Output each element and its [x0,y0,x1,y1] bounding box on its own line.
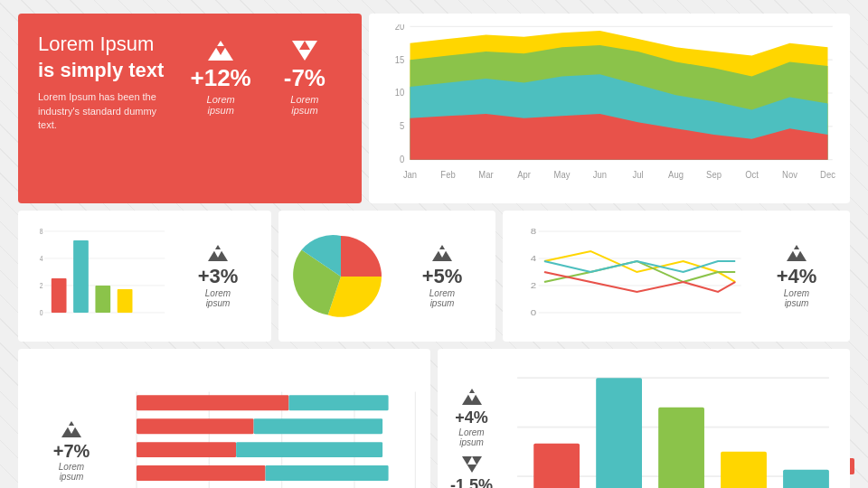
arrow-up-icon [61,421,81,437]
hero-title: Lorem Ipsum is simply text [38,32,175,83]
svg-text:8: 8 [40,227,43,236]
hbar-stat-label: Loremipsum [59,462,84,482]
svg-text:Sep: Sep [706,170,722,180]
svg-text:5: 5 [400,121,405,131]
svg-text:Apr: Apr [517,170,531,180]
arrow-up-icon [462,389,482,405]
bottom-right-stats: +4% Loremipsum -1,5% Loremipsum [450,389,493,488]
svg-text:May: May [554,170,571,180]
svg-rect-51 [137,395,288,410]
svg-rect-54 [254,418,383,434]
pie-chart-card: +5% Loremipsum [278,211,495,342]
svg-text:Dec: Dec [820,170,835,180]
arrow-up-icon [208,41,233,61]
svg-text:2: 2 [531,281,537,290]
pie-main [291,227,391,326]
svg-rect-53 [137,418,254,434]
svg-rect-36 [95,286,110,313]
bar-stat-area: +3% Loremipsum [177,245,259,308]
svg-rect-35 [73,240,89,313]
svg-text:Nov: Nov [782,170,797,180]
bar-stat-value: +3% [198,265,239,288]
line-stat-value: +4% [777,265,817,288]
svg-rect-71 [721,452,767,488]
line-stat-area: +4% Loremipsum [756,245,837,308]
bottom-right-card: +4% Loremipsum -1,5% Loremipsum [438,349,850,488]
arrow-up-icon [432,245,452,261]
br-stat1-value: +4% [455,408,488,427]
row3: +7% Loremipsum [18,349,850,471]
svg-rect-68 [533,444,580,488]
svg-text:Jan: Jan [403,170,417,180]
br-bar-svg [509,360,837,488]
svg-text:Jun: Jun [593,170,607,180]
pie-stat-area: +5% Loremipsum [401,245,483,308]
svg-text:4: 4 [40,254,43,263]
hero-stat2-label: Loremipsum [284,94,326,116]
hero-stat1-label: Loremipsum [191,94,251,116]
area-chart-card: 0 5 10 15 20 Jan Feb Mar Apr May J [369,14,850,203]
hero-stat1-value: +12% [191,64,251,92]
svg-text:Feb: Feb [440,170,456,180]
svg-rect-57 [137,465,266,481]
hbar-svg: 0 2 4 6 8 [125,386,418,488]
bar-stat-label: Loremipsum [205,288,231,308]
hero-desc: Lorem Ipsum has been the industry's stan… [38,90,175,132]
svg-text:Mar: Mar [478,170,494,180]
svg-text:15: 15 [395,54,405,64]
svg-rect-56 [236,442,382,457]
hero-stat1: +12% Loremipsum [175,32,268,167]
bar-chart-card: 0 2 4 8 +3% Loremipsum [18,211,271,342]
svg-rect-52 [288,395,388,410]
area-chart-svg: 0 5 10 15 20 Jan Feb Mar Apr May J [382,24,837,196]
svg-rect-58 [266,465,389,481]
hero-stat2: -7% Loremipsum [268,32,342,167]
svg-text:0: 0 [40,308,43,317]
line-chart-card: 0 2 4 8 +4% Loremipsum [503,211,850,342]
svg-rect-69 [596,378,642,488]
arrow-up-icon [787,245,807,261]
svg-text:4: 4 [531,254,537,263]
hbar-stat-value: +7% [53,441,90,462]
svg-text:2: 2 [40,281,43,290]
br-bar-chart [509,360,837,488]
bottom-right-stat1: +4% Loremipsum [450,389,493,447]
pie-stat-label: Loremipsum [429,288,455,308]
row2: 0 2 4 8 +3% Loremipsum [18,211,850,342]
dashboard-page: Lorem Ipsum is simply text Lorem Ipsum h… [18,14,850,474]
svg-rect-34 [52,278,67,313]
svg-rect-55 [137,442,236,457]
pie-svg-main [291,227,391,326]
br-stat1-label: Loremipsum [450,427,493,447]
line-stat-label: Loremipsum [784,288,809,308]
hbar-chart-area: 0 2 4 6 8 [125,386,418,488]
svg-text:Aug: Aug [668,170,684,180]
svg-text:10: 10 [395,88,405,98]
svg-text:Oct: Oct [745,170,759,180]
svg-rect-72 [783,470,829,488]
arrow-up-icon [208,245,228,261]
arrow-down-icon [292,41,317,61]
row1: Lorem Ipsum is simply text Lorem Ipsum h… [18,14,850,203]
svg-text:8: 8 [531,227,537,236]
pie-stat-value: +5% [422,265,463,288]
svg-text:0: 0 [531,308,537,317]
svg-text:0: 0 [400,155,405,164]
hero-stat2-value: -7% [284,64,326,92]
arrow-down-icon [462,456,482,473]
line-chart-svg: 0 2 4 8 [515,222,747,331]
hbar-stat-area: +7% Loremipsum [31,421,112,482]
svg-text:Jul: Jul [632,170,643,180]
svg-rect-70 [658,408,704,488]
svg-text:20: 20 [395,24,405,32]
svg-rect-37 [118,289,133,313]
bar-chart-svg: 0 2 4 8 [31,222,168,331]
hero-card: Lorem Ipsum is simply text Lorem Ipsum h… [18,14,362,203]
bottom-right-stat2: -1,5% Loremipsum [450,456,493,488]
br-stat2-value: -1,5% [450,476,493,488]
hbar-card: +7% Loremipsum [18,349,430,488]
